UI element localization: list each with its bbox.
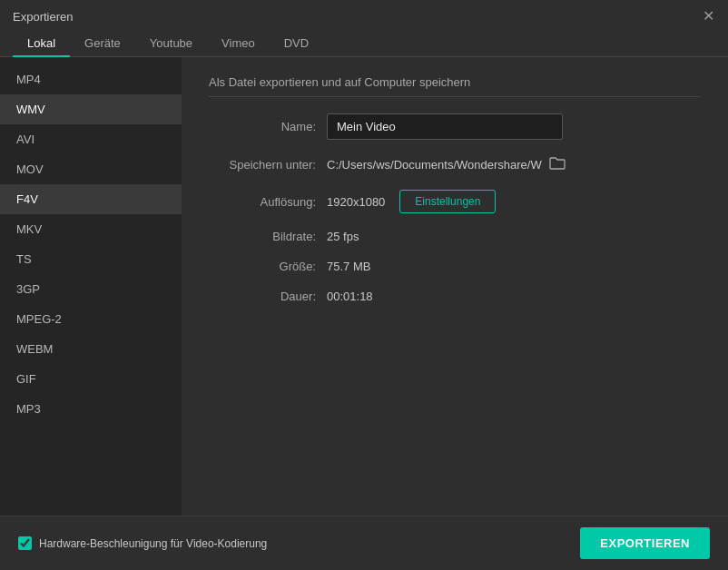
hardware-accel-label: Hardware-Beschleunigung für Video-Kodier… bbox=[39, 537, 267, 550]
main-panel: Als Datei exportieren und auf Computer s… bbox=[182, 57, 728, 516]
save-path-text: C:/Users/ws/Documents/Wondershare/W bbox=[327, 158, 542, 172]
save-label: Speichern unter: bbox=[209, 158, 327, 172]
size-value: 75.7 MB bbox=[327, 260, 370, 273]
sidebar-item-ts[interactable]: TS bbox=[0, 244, 182, 274]
size-label: Größe: bbox=[209, 260, 327, 273]
sidebar-item-gif[interactable]: GIF bbox=[0, 364, 182, 394]
export-window: Exportieren ✕ Lokal Geräte Youtube Vimeo… bbox=[0, 0, 728, 570]
name-label: Name: bbox=[209, 120, 327, 133]
resolution-label: Auflösung: bbox=[209, 195, 327, 209]
settings-button[interactable]: Einstellungen bbox=[399, 190, 496, 213]
sidebar-item-mp4[interactable]: MP4 bbox=[0, 64, 182, 94]
framerate-row: Bildrate: 25 fps bbox=[209, 230, 701, 243]
window-title: Exportieren bbox=[13, 10, 73, 24]
resolution-value: 1920x1080 bbox=[327, 195, 385, 209]
hardware-accel-checkbox[interactable] bbox=[18, 536, 32, 550]
path-container: C:/Users/ws/Documents/Wondershare/W bbox=[327, 156, 566, 173]
size-row: Größe: 75.7 MB bbox=[209, 260, 701, 273]
name-input[interactable] bbox=[327, 113, 563, 140]
sidebar-item-f4v[interactable]: F4V bbox=[0, 184, 182, 214]
sidebar-item-mp3[interactable]: MP3 bbox=[0, 394, 182, 424]
tab-bar: Lokal Geräte Youtube Vimeo DVD bbox=[0, 24, 728, 57]
format-sidebar: MP4 WMV AVI MOV F4V MKV TS 3GP MPEG-2 WE… bbox=[0, 57, 182, 516]
sidebar-item-mpeg2[interactable]: MPEG-2 bbox=[0, 304, 182, 334]
folder-icon[interactable] bbox=[549, 156, 566, 173]
resolution-row: Auflösung: 1920x1080 Einstellungen bbox=[209, 190, 701, 213]
name-row: Name: bbox=[209, 113, 701, 140]
duration-value: 00:01:18 bbox=[327, 290, 373, 303]
tab-dvd[interactable]: DVD bbox=[270, 31, 323, 57]
export-button[interactable]: EXPORTIEREN bbox=[580, 527, 710, 559]
sidebar-item-wmv[interactable]: WMV bbox=[0, 94, 182, 124]
sidebar-item-mkv[interactable]: MKV bbox=[0, 214, 182, 244]
bottom-bar: Hardware-Beschleunigung für Video-Kodier… bbox=[0, 516, 728, 570]
hardware-accel-row: Hardware-Beschleunigung für Video-Kodier… bbox=[18, 536, 267, 550]
duration-label: Dauer: bbox=[209, 290, 327, 303]
duration-row: Dauer: 00:01:18 bbox=[209, 290, 701, 303]
sidebar-item-3gp[interactable]: 3GP bbox=[0, 274, 182, 304]
close-button[interactable]: ✕ bbox=[701, 9, 715, 24]
sidebar-item-mov[interactable]: MOV bbox=[0, 154, 182, 184]
tab-youtube[interactable]: Youtube bbox=[135, 31, 207, 57]
sidebar-item-avi[interactable]: AVI bbox=[0, 124, 182, 154]
sidebar-item-webm[interactable]: WEBM bbox=[0, 334, 182, 364]
section-title: Als Datei exportieren und auf Computer s… bbox=[209, 75, 701, 97]
tab-vimeo[interactable]: Vimeo bbox=[207, 31, 270, 57]
title-bar: Exportieren ✕ bbox=[0, 0, 728, 24]
framerate-label: Bildrate: bbox=[209, 230, 327, 243]
content-area: MP4 WMV AVI MOV F4V MKV TS 3GP MPEG-2 WE… bbox=[0, 57, 728, 516]
tab-lokal[interactable]: Lokal bbox=[13, 31, 70, 57]
tab-geraete[interactable]: Geräte bbox=[70, 31, 135, 57]
save-path-row: Speichern unter: C:/Users/ws/Documents/W… bbox=[209, 156, 701, 173]
resolution-container: 1920x1080 Einstellungen bbox=[327, 190, 496, 213]
framerate-value: 25 fps bbox=[327, 230, 359, 243]
